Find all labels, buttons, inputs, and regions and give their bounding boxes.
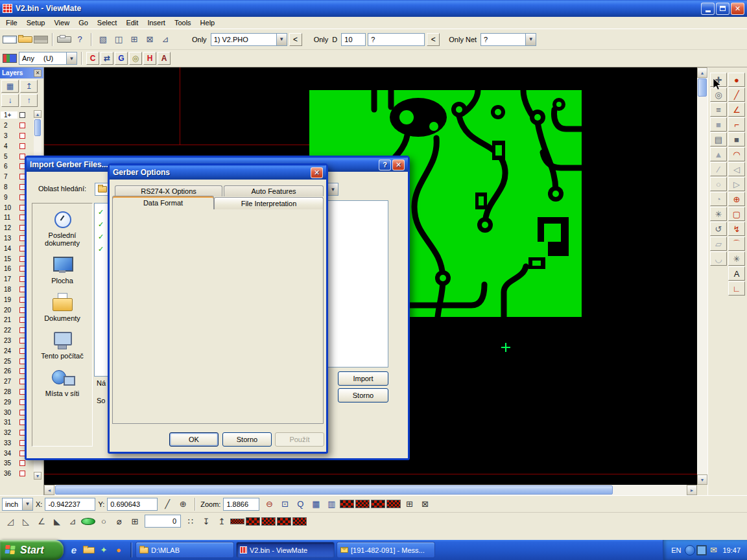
traffic-light-icon[interactable] [81,518,95,525]
ok-button[interactable]: OK [169,432,219,447]
zoom-q-icon[interactable]: Q [293,497,307,511]
menu-item[interactable]: Select [93,18,122,28]
draw-line-icon[interactable]: ╱ [728,88,745,102]
menu-item[interactable]: File [1,18,22,28]
pad-checker-red2-icon[interactable] [371,500,385,508]
tray-circle-icon[interactable] [685,545,695,555]
dropdown-arrow-icon[interactable]: ▼ [525,34,536,45]
menu-item[interactable]: View [49,18,74,28]
help-button[interactable]: ? [379,159,391,170]
scroll-down-button[interactable]: ▼ [34,472,42,480]
ruler-diagonal-icon[interactable]: ╱ [160,497,174,511]
grid-x-icon[interactable]: ⊠ [418,497,432,511]
pan-cross-icon[interactable]: ✚ [710,73,727,87]
measure-corner-icon[interactable]: ◣ [50,514,64,528]
tab-auto-features[interactable]: Auto Features [224,185,324,196]
place-item[interactable]: Dokumenty [34,293,90,322]
dot-grid-icon[interactable]: ∷ [184,514,198,528]
only-layer-label[interactable]: Only [190,36,209,43]
layer-color-swatch[interactable] [19,460,25,466]
split-view-icon[interactable]: ◫ [112,32,126,47]
dialog-close-button[interactable]: ✕ [311,167,323,178]
pad-checker-red2-icon[interactable] [277,517,291,526]
x-coordinate-field[interactable]: -0.942237 [45,498,95,511]
probe-diameter-icon[interactable]: ⌀ [112,514,126,528]
new-file-icon[interactable] [3,36,17,43]
measure-diag-icon[interactable]: ◿ [3,514,18,528]
flip-icon[interactable]: ↥ [20,80,38,93]
open-file-icon[interactable] [18,36,32,43]
target-olive-icon[interactable]: ◎ [129,52,142,65]
place-item[interactable]: Poslední dokumenty [34,210,90,247]
undo-icon[interactable]: ↺ [710,222,727,236]
layer-row[interactable]: 36 [1,469,33,479]
layers-panel-titlebar[interactable]: Layers ✕ [0,67,43,78]
menu-item[interactable]: Tools [170,18,196,28]
arc-smooth-icon[interactable]: ⌒ [728,237,745,251]
zoom-value-field[interactable]: 1.8866 [223,498,259,511]
draw-arc-icon[interactable]: ◠ [728,147,745,161]
check-icon[interactable]: ✓ [98,245,104,253]
task-button[interactable]: V2.bin - ViewMate [236,542,335,558]
layer-row[interactable]: 1+ [1,110,33,121]
units-combo[interactable]: inch ▼ [2,498,33,511]
apply-button[interactable]: Použít [275,432,324,447]
draw-square-icon[interactable]: ■ [728,132,745,146]
draw-pad-icon[interactable]: ● [728,73,745,87]
dcode-a-icon[interactable]: A [158,52,171,65]
tray-monitor-icon[interactable] [696,545,707,555]
origin-target-icon[interactable]: ⊕ [176,497,190,511]
text-a-icon[interactable]: A [728,266,745,281]
scroll-right-button[interactable]: ► [687,485,697,495]
canvas-vscrollbar[interactable]: ▲ ▼ [697,67,707,485]
menu-item[interactable]: Edit [121,18,143,28]
pad-checker-dark2-icon[interactable] [386,500,401,508]
pad-checker-red-icon[interactable] [340,500,354,508]
close-button[interactable]: ✕ [731,3,744,15]
place-item[interactable]: Plocha [34,255,90,285]
layer-color-swatch[interactable] [19,112,25,118]
zoom-circle-icon[interactable]: ◎ [710,88,727,102]
dcode-h-icon[interactable]: H [143,52,156,65]
menu-item[interactable]: Help [196,18,220,28]
pie-icon[interactable]: ◔ [710,192,727,206]
measure-tri2-icon[interactable]: ◺ [19,514,33,528]
scrollbar-thumb[interactable] [698,78,707,97]
firefox-icon[interactable]: ● [113,543,124,557]
swap-icon[interactable]: ⇄ [101,52,113,65]
elbow-icon[interactable]: ∟ [728,281,745,296]
table-grid-icon[interactable]: ⊞ [128,514,142,528]
gear-icon[interactable]: ✳ [710,207,727,221]
layer-color-swatch[interactable] [19,122,25,128]
grid-blue-icon[interactable]: ▦ [309,497,323,511]
measure-angle-icon[interactable]: ∠ [34,514,49,528]
place-item[interactable]: Tento počítač [34,331,90,360]
folder-window-icon[interactable] [83,547,95,554]
menu-item[interactable]: Setup [22,18,50,28]
previous-net-button[interactable]: < [427,33,440,46]
dropdown-arrow-icon[interactable]: ▼ [327,183,338,195]
place-item[interactable]: Místa v síti [34,368,90,397]
circle-gray-icon[interactable]: ○ [710,177,727,191]
move-down-icon[interactable]: ↓ [1,94,19,107]
layer-color-swatch[interactable] [19,143,25,149]
task-button[interactable]: D:\MLAB [136,542,234,558]
check-icon[interactable]: ✓ [98,220,104,228]
grid-plus2-icon[interactable]: ⊞ [402,497,416,511]
print-icon[interactable] [57,36,71,43]
dcode-filter-input[interactable]: 10 [341,33,366,46]
tab-rs274x-options[interactable]: RS274-X Options [115,185,222,196]
probe-circle-icon[interactable]: ○ [97,514,111,528]
tab-data-format[interactable]: Data Format [112,196,214,209]
dcode-count-field[interactable]: 0 [145,515,181,528]
only-dcode-label[interactable]: Only D [312,36,340,43]
layer-row[interactable]: 3 [1,131,33,141]
pad-checker-dark-icon[interactable] [261,517,276,526]
restore-button[interactable] [716,3,729,15]
layer-color-swatch[interactable] [19,133,25,139]
burst-icon[interactable]: ✳ [728,251,745,266]
shield-icon[interactable]: ✦ [98,543,110,557]
previous-layer-button[interactable]: < [289,33,302,46]
triangle-left-icon[interactable]: ◁ [728,162,745,176]
scroll-up-button[interactable]: ▲ [697,67,707,78]
